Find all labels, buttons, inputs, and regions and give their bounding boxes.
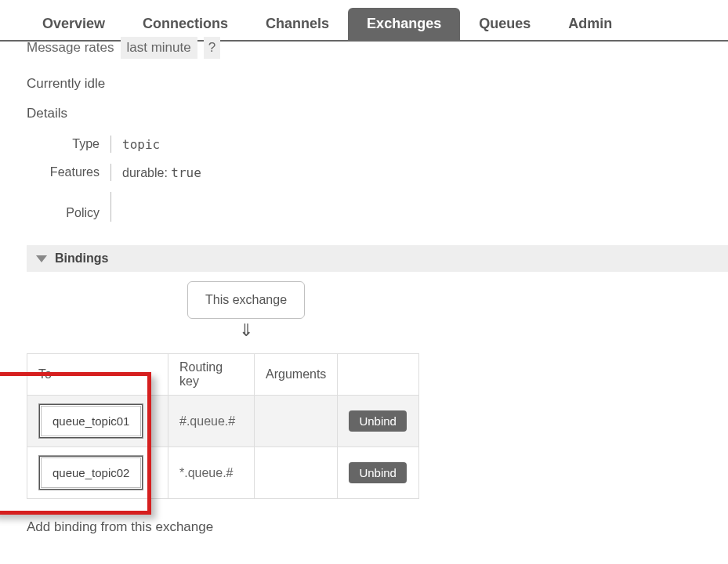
detail-policy-label: Policy [27, 192, 111, 222]
tab-overview[interactable]: Overview [24, 8, 124, 40]
message-rates-row: Message rates last minute ? [27, 37, 728, 59]
queue-name: queue_topic01 [41, 406, 141, 436]
add-binding-header: Add binding from this exchange [27, 519, 728, 535]
queue-name: queue_topic02 [41, 457, 141, 488]
tab-connections[interactable]: Connections [124, 8, 247, 40]
message-rates-label: Message rates [27, 40, 114, 56]
message-rates-select[interactable]: last minute [121, 37, 197, 59]
col-args: Arguments [255, 354, 338, 396]
routing-key: *.queue.# [168, 447, 255, 499]
table-row: queue_topic02 *.queue.# Unbind [27, 447, 419, 499]
details-table: Type topic Features durable: true Policy [27, 136, 728, 230]
tab-admin[interactable]: Admin [549, 8, 631, 40]
detail-features-label: Features [27, 164, 111, 181]
tab-channels[interactable]: Channels [247, 8, 348, 40]
this-exchange-wrap: This exchange [27, 281, 465, 319]
detail-features: durable: true [111, 164, 201, 182]
queue-link[interactable]: queue_topic01 [38, 403, 143, 439]
detail-features-key: durable: [122, 166, 168, 179]
unbind-button[interactable]: Unbind [349, 410, 407, 432]
detail-features-value: true [171, 165, 201, 180]
col-action [338, 354, 419, 396]
bindings-title: Bindings [55, 251, 108, 266]
chevron-down-icon [36, 255, 47, 262]
detail-type-value: topic [111, 136, 160, 154]
bindings-section-header[interactable]: Bindings [27, 245, 728, 272]
col-routing: Routing key [168, 354, 255, 396]
message-rates-help[interactable]: ? [204, 37, 220, 59]
routing-key: #.queue.# [168, 396, 255, 447]
col-to: To [27, 354, 168, 396]
downward-arrow-icon: ⇓ [27, 320, 465, 341]
detail-policy-value [111, 192, 122, 195]
this-exchange-box: This exchange [187, 281, 305, 319]
details-header: Details [27, 106, 728, 121]
detail-type-label: Type [27, 136, 111, 153]
queue-link[interactable]: queue_topic02 [38, 455, 143, 490]
arguments [255, 447, 338, 499]
bindings-table: To Routing key Arguments queue_topic01 #… [27, 353, 419, 499]
unbind-button[interactable]: Unbind [349, 462, 407, 483]
arguments [255, 396, 338, 447]
table-row: queue_topic01 #.queue.# Unbind [27, 396, 419, 447]
tab-exchanges[interactable]: Exchanges [348, 8, 460, 40]
idle-text: Currently idle [27, 76, 728, 92]
tabs-bar: Overview Connections Channels Exchanges … [0, 0, 728, 42]
tab-queues[interactable]: Queues [460, 8, 549, 40]
